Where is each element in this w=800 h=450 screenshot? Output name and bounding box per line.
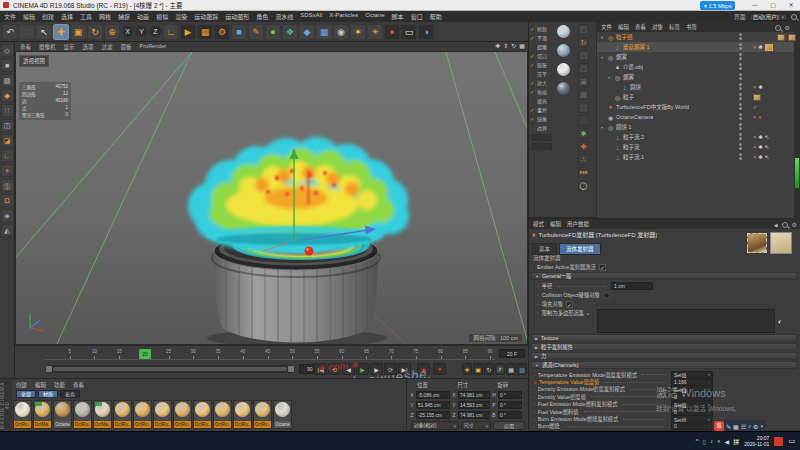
minimize-button[interactable]: — (748, 0, 762, 10)
move-tool-icon[interactable]: ✚ (53, 24, 69, 40)
viewport-menu-显示[interactable]: 显示 (64, 43, 75, 51)
render-dot[interactable] (739, 77, 742, 80)
toggle-views-icon[interactable]: ▦ (519, 42, 525, 49)
erase-brush-icon[interactable]: ▢ (578, 102, 589, 113)
brush-item-边界[interactable]: ·边界 (530, 123, 555, 132)
microphone-icon[interactable]: ♪ (710, 438, 713, 444)
undo-icon[interactable]: ↶ (2, 24, 18, 40)
notification-badge[interactable] (774, 437, 783, 446)
om-menu-书签[interactable]: 书签 (686, 23, 697, 31)
texture-mode-icon[interactable]: ▨ (1, 74, 14, 87)
menu-item-X-Particles[interactable]: X-Particles (329, 12, 358, 21)
menu-item-SDSxAll[interactable]: SDSxAll (300, 12, 322, 21)
visibility-dot[interactable] (739, 93, 742, 96)
object-tree-item[interactable]: ⊥粒子流.2×✱↖ (597, 132, 794, 142)
material-tab-材质[interactable]: 材质 (38, 390, 58, 398)
om-scrollbar[interactable] (794, 32, 800, 218)
mask-brush-icon[interactable]: ▣ (578, 76, 589, 87)
add-environment-icon[interactable]: ▦ (316, 24, 332, 40)
menu-item-网格[interactable]: 网格 (99, 12, 111, 21)
viewport-menu-过滤[interactable]: 过滤 (102, 43, 113, 51)
clock[interactable]: 20:07 2020-11-01 (744, 435, 769, 447)
add-subdivision-icon[interactable]: ● (265, 24, 281, 40)
am-search-icon[interactable] (782, 222, 788, 228)
menu-item-渲染[interactable]: 渲染 (175, 12, 187, 21)
brush-check-icon[interactable]: · (530, 44, 535, 50)
sogou-icon[interactable]: S (714, 421, 724, 431)
brush-item-填充[interactable]: ·填充 (530, 96, 555, 105)
group-general[interactable]: ▼General一般 (531, 272, 797, 280)
viewport-canvas[interactable]: 透视视图 三角形40752四边形12边40166点1等分三角形0 网格间隔 : … (15, 51, 528, 345)
render-dot[interactable] (739, 147, 742, 150)
layout-dropdown[interactable]: 启动(用户)▾ (749, 13, 788, 21)
menu-item-帮助[interactable]: 帮助 (430, 12, 442, 21)
material-thumbnail[interactable]: OctRu.. (113, 400, 132, 429)
dots-icon[interactable]: ∴ (578, 154, 589, 165)
ime-menu-icon[interactable]: ☰ (741, 423, 746, 430)
action-center-icon[interactable]: ▭ (788, 437, 795, 445)
menu-item-脚本[interactable]: 脚本 (392, 12, 404, 21)
lock-y-icon[interactable]: Y (135, 25, 148, 38)
layer-brush-icon[interactable]: ▤ (578, 89, 589, 100)
octane-tag-icon[interactable]: ● (758, 114, 761, 120)
fill-checkbox[interactable]: ✓ (566, 301, 573, 308)
anim-dot[interactable]: ◦ (537, 292, 539, 298)
visibility-toggles[interactable] (739, 123, 742, 130)
group-particle-emission[interactable]: ▶粒子发射属性 (531, 343, 797, 351)
emitter-sphere[interactable] (305, 247, 314, 256)
om-menu-标签[interactable]: 标签 (669, 23, 680, 31)
cursor-tag-icon[interactable]: ↖ (765, 144, 770, 150)
object-tree-item[interactable]: ▾◎烟雾 (597, 52, 794, 62)
visibility-toggles[interactable] (739, 153, 742, 160)
playhead[interactable]: 20 (139, 349, 151, 359)
coord-system-icon[interactable]: ∟ (163, 24, 179, 40)
brush-item-收缩[interactable]: ✓收缩 (530, 87, 555, 96)
keyframe-selection-button[interactable]: ▦ (506, 363, 516, 375)
brush-check-icon[interactable]: ✓ (530, 26, 535, 32)
menu-item-创建[interactable]: 创建 (42, 12, 54, 21)
object-tree-item[interactable]: ◉OctaneCamera×● (597, 112, 794, 122)
soft-selection-icon[interactable]: Ⓢ (1, 179, 14, 192)
x-tag-icon[interactable]: × (753, 144, 756, 150)
render-dot[interactable] (739, 157, 742, 160)
render-picture-icon[interactable]: ▦ (197, 24, 213, 40)
ime-skin-icon[interactable]: ◐ (760, 423, 764, 430)
position-field[interactable]: -25.155 cm (416, 411, 450, 419)
visibility-dot[interactable] (739, 33, 742, 36)
viewport-menu-ProRender[interactable]: ProRender (140, 43, 167, 51)
rotation-field[interactable]: 0 ° (498, 391, 522, 399)
sparkle-tag-icon[interactable]: ✱ (758, 134, 763, 140)
visibility-toggles[interactable] (739, 73, 742, 80)
cursor-tag-icon[interactable]: ↖ (765, 134, 770, 140)
material-thumbnail[interactable]: OctRu.. (73, 400, 92, 429)
texture-tag[interactable] (788, 34, 796, 41)
object-tree-item[interactable]: ⊥粒子流×✱↖ (597, 142, 794, 152)
render-dot[interactable] (739, 47, 742, 50)
menu-item-窗口[interactable]: 窗口 (411, 12, 423, 21)
menu-item-工具[interactable]: 工具 (80, 12, 92, 21)
history-slot[interactable] (19, 24, 35, 40)
om-menu-对象[interactable]: 对象 (652, 23, 663, 31)
am-lock-icon[interactable]: ⚙ (792, 221, 797, 228)
add-deformer-icon[interactable]: ◆ (299, 24, 315, 40)
render-dot[interactable] (739, 137, 742, 140)
edges-mode-icon[interactable]: ◫ (1, 119, 14, 132)
add-cube-icon[interactable]: ■ (231, 24, 247, 40)
add-camera-icon[interactable]: ◉ (333, 24, 349, 40)
om-menu-编辑[interactable]: 编辑 (618, 23, 629, 31)
viewport-menu-摄像机[interactable]: 摄像机 (39, 43, 56, 51)
viewport-menu-查看[interactable]: 查看 (20, 43, 31, 51)
brush-item-抓取[interactable]: ✓抓取 (530, 24, 555, 33)
visibility-dot[interactable] (739, 103, 742, 106)
material-thumbnail[interactable]: OctRu.. (213, 400, 232, 429)
viewport-menu-选项[interactable]: 选项 (83, 43, 94, 51)
range-bar[interactable] (53, 367, 287, 371)
menu-item-Octane[interactable]: Octane (365, 12, 384, 21)
menu-item-动画[interactable]: 动画 (137, 12, 149, 21)
selection-list-box[interactable] (597, 309, 775, 333)
material-thumbnail[interactable]: Octane (273, 400, 292, 429)
expand-icon[interactable]: ▾ (601, 125, 605, 130)
visibility-toggles[interactable] (739, 143, 742, 150)
visibility-toggles[interactable] (739, 63, 742, 70)
render-dot[interactable] (739, 57, 742, 60)
